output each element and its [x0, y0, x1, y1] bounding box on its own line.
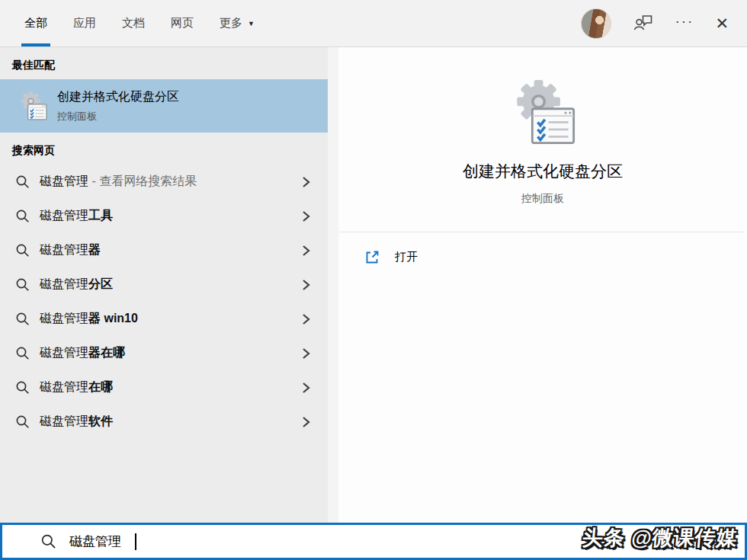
- feedback-icon[interactable]: [633, 14, 653, 33]
- suggestion-suffix: 器在哪: [88, 346, 125, 359]
- control-panel-icon: [18, 91, 47, 120]
- suggestion-prefix: 磁盘管理: [40, 312, 88, 325]
- chevron-right-icon: [300, 176, 311, 188]
- web-suggestion[interactable]: 磁盘管理工具: [0, 199, 328, 233]
- best-match-header: 最佳匹配: [0, 47, 328, 79]
- suggestion-prefix: 磁盘管理: [40, 243, 88, 256]
- chevron-down-icon: ▼: [248, 20, 255, 27]
- suggestion-prefix: 磁盘管理: [40, 414, 88, 427]
- filter-tabs: 全部 应用 文档 网页 更多 ▼: [21, 0, 258, 46]
- search-icon: [15, 243, 30, 258]
- open-action[interactable]: 打开: [338, 232, 747, 265]
- tab-apps[interactable]: 应用: [70, 0, 99, 46]
- user-avatar[interactable]: [581, 8, 611, 39]
- best-match-subtitle: 控制面板: [57, 110, 179, 123]
- search-input[interactable]: 磁盘管理: [0, 523, 747, 560]
- chevron-right-icon: [300, 313, 311, 325]
- preview-subtitle: 控制面板: [338, 192, 747, 206]
- preview-pane: 创建并格式化硬盘分区 控制面板 打开: [338, 47, 747, 523]
- preview-title: 创建并格式化硬盘分区: [338, 161, 747, 182]
- search-icon: [15, 346, 30, 360]
- results-list: 最佳匹配 创建并格式化硬盘分区 控制面板 搜索网页 磁盘管理 - 查看网络搜索结…: [0, 47, 328, 523]
- panel-divider: [328, 47, 338, 523]
- close-icon[interactable]: ✕: [715, 15, 729, 31]
- tab-web-label: 网页: [171, 16, 194, 30]
- suggestion-prefix: 磁盘管理: [40, 380, 88, 393]
- web-suggestion[interactable]: 磁盘管理在哪: [0, 370, 328, 405]
- chevron-right-icon: [300, 347, 311, 360]
- tab-apps-label: 应用: [73, 16, 96, 30]
- search-filter-bar: 全部 应用 文档 网页 更多 ▼: [0, 0, 747, 47]
- web-suggestion[interactable]: 磁盘管理器: [0, 233, 328, 267]
- web-suggestion[interactable]: 磁盘管理器 win10: [0, 302, 328, 336]
- web-suggestion[interactable]: 磁盘管理分区: [0, 267, 328, 302]
- open-external-icon: [364, 249, 380, 265]
- windows-search-panel: 全部 应用 文档 网页 更多 ▼: [0, 0, 747, 560]
- web-suggestion[interactable]: 磁盘管理软件: [0, 405, 328, 439]
- search-icon: [15, 209, 30, 223]
- chevron-right-icon: [300, 279, 311, 291]
- chevron-right-icon: [300, 416, 311, 428]
- best-match-result[interactable]: 创建并格式化硬盘分区 控制面板: [0, 79, 328, 133]
- suggestion-suffix: 器: [88, 243, 101, 256]
- suggestion-suffix: 分区: [88, 277, 113, 290]
- tab-all[interactable]: 全部: [21, 0, 50, 46]
- suggestion-suffix: 在哪: [88, 380, 113, 393]
- best-match-text: 创建并格式化硬盘分区 控制面板: [57, 89, 179, 123]
- tab-web[interactable]: 网页: [168, 0, 197, 46]
- search-query-text: 磁盘管理: [69, 533, 121, 550]
- search-results-area: 最佳匹配 创建并格式化硬盘分区 控制面板 搜索网页 磁盘管理 - 查看网络搜索结…: [0, 47, 747, 523]
- search-icon: [40, 533, 56, 549]
- search-icon: [15, 380, 30, 395]
- open-label: 打开: [395, 250, 418, 264]
- search-icon: [15, 312, 30, 326]
- suggestion-note: - 查看网络搜索结果: [88, 174, 197, 187]
- tab-more-label: 更多: [220, 16, 242, 30]
- suggestion-suffix: 工具: [88, 209, 113, 222]
- suggestion-prefix: 磁盘管理: [40, 346, 88, 359]
- text-cursor: [135, 533, 136, 550]
- search-icon: [15, 174, 30, 189]
- chevron-right-icon: [300, 210, 311, 222]
- chevron-right-icon: [300, 245, 311, 257]
- tab-all-label: 全部: [24, 16, 47, 30]
- more-options-icon[interactable]: ···: [675, 14, 694, 33]
- suggestion-prefix: 磁盘管理: [40, 209, 88, 222]
- tab-documents-label: 文档: [122, 16, 145, 30]
- search-web-header: 搜索网页: [0, 133, 328, 165]
- best-match-title: 创建并格式化硬盘分区: [57, 89, 179, 105]
- chevron-right-icon: [300, 382, 311, 394]
- search-icon: [15, 277, 30, 292]
- web-suggestion[interactable]: 磁盘管理 - 查看网络搜索结果: [0, 165, 328, 199]
- control-panel-icon-large: [511, 80, 575, 145]
- suggestion-prefix: 磁盘管理: [40, 174, 88, 187]
- suggestion-suffix: 器 win10: [88, 312, 138, 325]
- tab-documents[interactable]: 文档: [119, 0, 148, 46]
- tab-more[interactable]: 更多 ▼: [216, 0, 258, 46]
- suggestion-prefix: 磁盘管理: [40, 277, 88, 290]
- search-icon: [15, 414, 30, 429]
- topbar-actions: ··· ✕: [581, 8, 729, 39]
- web-suggestion[interactable]: 磁盘管理器在哪: [0, 336, 328, 370]
- suggestion-suffix: 软件: [88, 414, 113, 427]
